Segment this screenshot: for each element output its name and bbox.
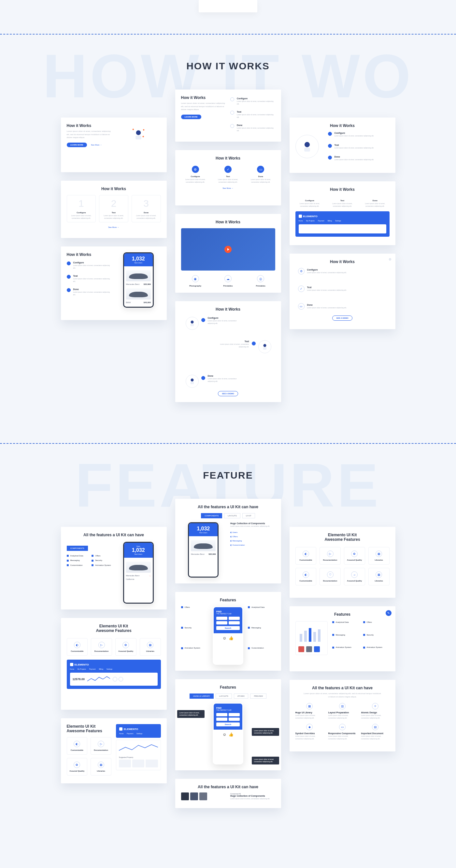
sparkline-chart [119,743,158,754]
feature-body: Lorem ipsum dolor sit amet, consectetur … [361,714,390,719]
feat-card-all-6grid: All the features a UI Kit can have Lorem… [290,680,395,751]
library-icon: ▦ [375,571,382,578]
step-card-1: 1 Configure Lorem ipsum dolor sit amet, … [67,195,96,222]
library-icon: ▦ [375,551,382,557]
step-number: 2 [102,198,125,209]
step-body: Lorem ipsum dolor sit amet, consectetur … [70,215,93,219]
see-more-link[interactable]: See More → [67,226,161,228]
step-number: 3 [134,198,158,209]
tab-atomic[interactable]: ATOMIC [234,693,248,699]
document-icon: ▤ [372,724,378,730]
step-body: Lorem ipsum dolor sit amet, consectetur … [335,135,374,137]
hiw-card-avatar-steps: How it Works ConfigureLorem ipsum dolor … [290,118,395,173]
nav-item[interactable]: Home [70,668,74,670]
nav-item[interactable]: Settings [136,733,142,735]
smile-icon: ☺ [222,636,226,641]
nav-item[interactable]: Billing [99,668,103,670]
car-image [126,270,151,281]
target-icon: ◎ [257,275,264,282]
see-more-link[interactable]: See More → [91,144,102,146]
nav-item[interactable]: Settings [335,220,341,222]
nav-item[interactable]: Home [299,220,303,222]
person-illustration-icon [131,128,146,142]
tab-library[interactable]: HUGE UI LIBRARY [189,693,214,699]
nav-item[interactable]: Billing [328,220,332,222]
step-title: Done [134,212,158,214]
step-dot-icon [230,124,234,128]
search-icon: ⌕ [351,571,358,578]
search-button[interactable]: Search [216,722,240,726]
svg-point-11 [304,142,309,147]
feature-mini-item: ◐ Customization [230,544,275,546]
tab-components[interactable]: COMPONENTS [67,546,88,551]
nav-item[interactable]: My Projects [78,668,86,670]
card-title: All the features a UI Kit can have [181,785,275,789]
step-title: Configure [237,97,275,100]
feature-cells: ◐Customizable ▷Documentation ✿Assured Qu… [67,638,161,656]
feature-item: Messaging [248,627,275,645]
dashboard-brand: ELEMENTO [299,215,386,218]
gear-icon: ⚙ [389,257,392,261]
card-title: All the features a UI Kit can have [181,505,275,509]
nav-item[interactable]: Payment [318,220,325,222]
step-title: Configure [70,212,93,214]
step-dot-icon [230,97,234,101]
nav-item[interactable]: Payment [127,733,133,735]
feature-body: Lorem ipsum dolor sit amet, consectetur … [361,735,390,740]
step-title: Test [237,111,275,113]
dashboard-metric: 12578.00 [73,678,85,681]
learn-more-button[interactable]: LEARN MORE [181,115,201,119]
step-title: Configure [208,317,237,319]
tab-components[interactable]: COMPONENTS [201,513,222,518]
phone-stat-label: New Users [191,532,216,534]
tab-uikit[interactable]: UI KIT [242,513,255,518]
feature-item: Animation System [181,647,209,665]
edit-icon: ✎ [389,184,393,188]
learn-more-button[interactable]: LEARN MORE [67,143,87,147]
see-demo-button[interactable]: SEE A DEMO [218,391,238,396]
howitworks-grid: How it Works Lorem ipsum dolor sit amet,… [49,90,407,402]
nav-item[interactable]: Settings [107,668,112,670]
phone-mockup: 1,032New Users Mercedes Benz$32,999 [188,522,218,578]
tab-layouts[interactable]: LAYOUTS [216,693,232,699]
feat-huge-title: Huge Collection of Components [230,795,275,797]
svg-rect-14 [304,631,307,642]
step-body: Lorem ipsum dolor sit amet, consectetur … [237,100,275,105]
step-dot-icon [252,342,256,345]
step-title: Test [335,144,374,146]
icon-body: Lorem ipsum dolor sit amet, consectetur … [246,179,275,183]
nav-item[interactable]: Payment [89,668,96,670]
feature-label: Assured Quality [346,580,363,582]
feature-item: Offers [181,606,209,624]
step-title: Done [73,288,112,290]
step-body: Lorem ipsum dolor sit amet, consectetur … [220,343,249,348]
phone-stat-value: 1,032 [126,547,151,553]
feature-label: Customizable [69,650,86,652]
step-body: Lorem ipsum dolor sit amet, consectetur … [237,114,275,119]
feature-mini-item: ◐ Users [230,531,275,533]
avatar-step-3 [186,375,199,388]
see-more-link[interactable]: See More → [181,187,275,189]
play-icon[interactable] [224,246,232,253]
video-thumbnail[interactable] [181,228,275,271]
step-title: Test [307,286,347,288]
library-icon: ▦ [147,642,153,648]
step-body: Lorem ipsum dolor sit amet, consectetur … [134,215,158,219]
see-demo-button[interactable]: SEE A DEMO [332,315,352,321]
heart-icon: ♡ [327,571,334,578]
badge-icon: ✿ [122,642,129,648]
illustration-avatar [296,135,319,158]
feature-item: Customization [248,647,275,665]
tab-layouts[interactable]: LAYOUTS [224,513,240,518]
check-icon: ✓ [224,166,232,173]
search-button[interactable]: Search [216,626,240,630]
phone-mockup-find: FIND THE PERFECT CAR Search ☺ 👍 [213,606,243,665]
responsive-icon: ▭ [339,724,345,730]
step-body: Lorem ipsum dolor sit amet, consectetur … [237,127,275,132]
icon-title: Printables [214,285,242,287]
svg-point-7 [263,344,266,347]
nav-item[interactable]: My Projects [306,220,315,222]
nav-item[interactable]: Home [119,733,123,735]
tab-preview[interactable]: PREVIEW [250,693,267,699]
card-title: How it Works [296,123,390,128]
